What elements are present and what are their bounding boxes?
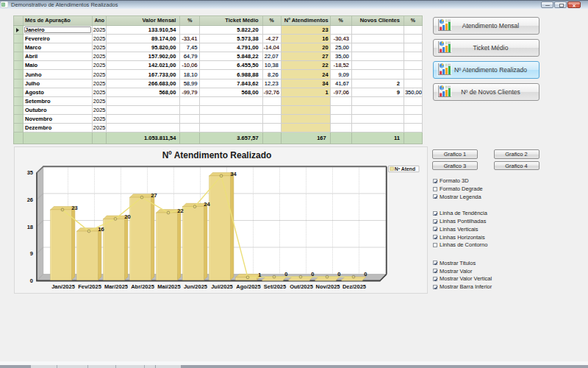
svg-text:Fev/2025: Fev/2025 (78, 283, 101, 290)
svg-text:27: 27 (151, 192, 157, 199)
svg-text:Jun/2025: Jun/2025 (184, 283, 207, 290)
svg-text:0: 0 (311, 271, 314, 277)
svg-text:23: 23 (71, 205, 77, 211)
svg-text:0: 0 (284, 271, 287, 277)
svg-text:9: 9 (30, 250, 33, 257)
svg-text:Ago/2025: Ago/2025 (236, 283, 260, 290)
svg-text:34: 34 (230, 171, 237, 177)
svg-text:1: 1 (258, 272, 261, 278)
svg-text:35: 35 (27, 169, 33, 176)
svg-text:Set/2025: Set/2025 (264, 283, 286, 290)
svg-text:22: 22 (177, 208, 183, 214)
svg-text:Dez/2025: Dez/2025 (343, 283, 366, 290)
svg-text:Nov/2025: Nov/2025 (316, 283, 340, 290)
svg-text:16: 16 (98, 226, 104, 233)
svg-text:20: 20 (124, 213, 130, 220)
svg-text:0: 0 (30, 277, 33, 284)
svg-text:0: 0 (337, 271, 340, 277)
svg-text:Abr/2025: Abr/2025 (131, 283, 154, 290)
svg-text:0: 0 (364, 271, 367, 277)
svg-text:Mai/2025: Mai/2025 (157, 283, 180, 290)
svg-text:18: 18 (27, 224, 33, 230)
svg-text:Out/2025: Out/2025 (290, 283, 313, 290)
svg-text:26: 26 (27, 197, 33, 203)
svg-text:Jul/2025: Jul/2025 (211, 283, 233, 290)
svg-text:24: 24 (204, 201, 210, 208)
svg-text:Jan/2025: Jan/2025 (51, 283, 75, 290)
svg-text:Mar/2025: Mar/2025 (104, 283, 128, 290)
svg-text:Nº Atend: Nº Atend (395, 166, 415, 171)
